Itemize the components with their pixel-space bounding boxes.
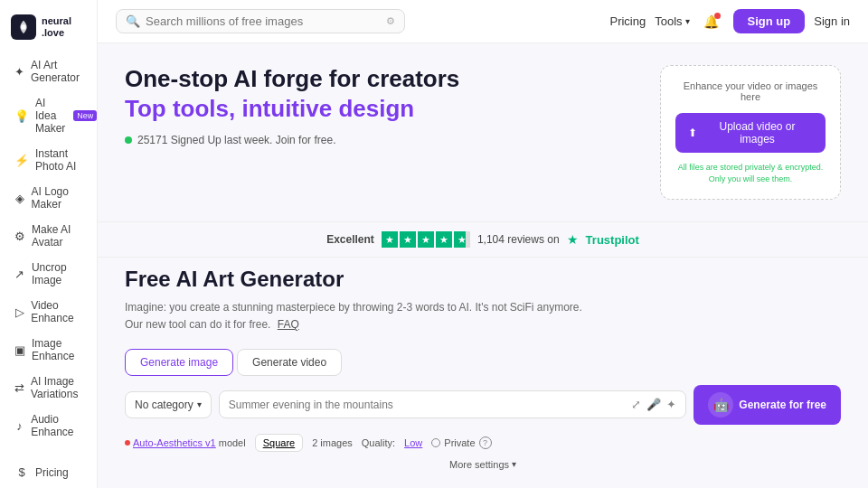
search-bar[interactable]: 🔍 ⚙ xyxy=(116,9,405,33)
hero-title: One-stop AI forge for creators xyxy=(125,65,642,93)
notification-dot xyxy=(714,13,721,19)
generate-tabs: Generate image Generate video xyxy=(125,349,841,376)
model-tag: Auto-Aesthetics v1 model xyxy=(125,437,246,448)
sidebar-item-uncrop-image[interactable]: ↗ Uncrop Image xyxy=(4,256,93,292)
header: 🔍 ⚙ Pricing Tools ▾ 🔔 Sign up Sign in xyxy=(98,0,868,43)
sidebar-item-ai-art-generator[interactable]: ✦ AI Art Generator xyxy=(4,53,93,89)
private-radio[interactable] xyxy=(431,438,440,447)
faq-link[interactable]: FAQ xyxy=(278,318,299,331)
signup-button[interactable]: Sign up xyxy=(733,9,806,33)
sidebar-item-ai-logo-maker[interactable]: ◈ AI Logo Maker xyxy=(4,180,93,216)
images-count: 2 images xyxy=(312,437,353,448)
trustpilot-section: Excellent ★ ★ ★ ★ ★ 1,104 reviews on ★ T… xyxy=(98,221,868,258)
chevron-down-icon: ▾ xyxy=(685,16,690,26)
search-input[interactable] xyxy=(146,14,381,28)
search-icon: 🔍 xyxy=(126,14,140,28)
sidebar-item-pricing[interactable]: $ Pricing xyxy=(4,460,93,484)
svg-point-0 xyxy=(21,24,25,29)
signin-link[interactable]: Sign in xyxy=(814,14,850,28)
model-dot xyxy=(125,440,130,446)
tools-button[interactable]: Tools ▾ xyxy=(655,14,689,28)
star-2: ★ xyxy=(400,231,416,248)
reviews-text: 1,104 reviews on xyxy=(477,233,560,246)
upload-button[interactable]: ⬆ Upload video or images xyxy=(675,113,826,153)
upload-icon: ⬆ xyxy=(688,127,697,139)
generator-row: No category ▾ ⤢ 🎤 ✦ 🤖 Generate for free xyxy=(125,385,841,425)
shape-button[interactable]: Square xyxy=(255,434,303,452)
ai-idea-icon: 💡 xyxy=(14,109,29,123)
instant-photo-icon: ⚡ xyxy=(14,154,29,167)
new-badge: New xyxy=(73,110,97,121)
card-note: All files are stored privately & encrypt… xyxy=(675,162,826,184)
chevron-down-icon: ▾ xyxy=(197,399,202,409)
generate-button[interactable]: 🤖 Generate for free xyxy=(693,385,841,425)
hero-description: 25171 Signed Up last week. Join for free… xyxy=(125,134,642,146)
trust-stars: ★ ★ ★ ★ ★ xyxy=(382,231,470,248)
generate-btn-icon: 🤖 xyxy=(708,392,733,418)
quality-value[interactable]: Low xyxy=(404,437,422,448)
sidebar-item-make-ai-avatar[interactable]: ⚙ Make AI Avatar xyxy=(4,218,93,254)
video-icon: ▷ xyxy=(14,305,24,319)
uncrop-icon: ↗ xyxy=(14,267,25,281)
category-button[interactable]: No category ▾ xyxy=(125,391,212,418)
private-row: Private ? xyxy=(431,436,491,449)
sidebar-item-video-enhance[interactable]: ▷ Video Enhance xyxy=(4,294,93,330)
sidebar-item-ai-idea-maker[interactable]: 💡 AI Idea Maker New xyxy=(4,91,93,140)
image-enhance-icon: ▣ xyxy=(14,343,25,357)
sidebar: neural .love ✦ AI Art Generator 💡 AI Ide… xyxy=(0,0,98,488)
hero-subtitle: Top tools, intuitive design xyxy=(125,95,642,123)
logo: neural .love xyxy=(0,9,97,52)
upload-card: Enhance your video or images here ⬆ Uplo… xyxy=(660,65,841,200)
avatar-icon: ⚙ xyxy=(14,230,25,243)
settings-row: Auto-Aesthetics v1 model Square 2 images… xyxy=(125,434,841,452)
pricing-icon: $ xyxy=(14,465,29,479)
trustpilot-star-icon: ★ xyxy=(567,232,579,247)
card-title: Enhance your video or images here xyxy=(675,80,826,102)
help-icon[interactable]: ? xyxy=(479,436,492,449)
star-3: ★ xyxy=(418,231,434,248)
notifications-button[interactable]: 🔔 xyxy=(699,9,724,34)
tab-generate-video[interactable]: Generate video xyxy=(237,349,342,376)
sidebar-item-image-enhance[interactable]: ▣ Image Enhance xyxy=(4,332,93,368)
logo-maker-icon: ◈ xyxy=(14,192,25,205)
star-1: ★ xyxy=(382,231,398,248)
hero-section: One-stop AI forge for creators Top tools… xyxy=(98,43,868,221)
magic-icon[interactable]: ✦ xyxy=(666,398,676,411)
star-4: ★ xyxy=(436,231,452,248)
sidebar-item-audio-enhance[interactable]: ♪ Audio Enhance xyxy=(4,408,93,444)
ai-art-icon: ✦ xyxy=(14,65,24,79)
private-label: Private xyxy=(444,437,475,448)
excellent-label: Excellent xyxy=(326,233,374,246)
more-settings-button[interactable]: More settings ▾ xyxy=(125,459,841,470)
art-title: Free AI Art Generator xyxy=(125,267,841,292)
prompt-input[interactable] xyxy=(229,399,627,411)
expand-icon[interactable]: ⤢ xyxy=(631,398,641,411)
header-right: Pricing Tools ▾ 🔔 Sign up Sign in xyxy=(609,9,850,34)
main-content: 🔍 ⚙ Pricing Tools ▾ 🔔 Sign up Sign in xyxy=(98,0,868,488)
green-dot xyxy=(125,136,132,144)
tab-generate-image[interactable]: Generate image xyxy=(125,349,233,376)
chevron-down-icon: ▾ xyxy=(512,459,516,469)
art-generator-section: Free AI Art Generator Imagine: you creat… xyxy=(98,258,868,487)
hero-text: One-stop AI forge for creators Top tools… xyxy=(125,65,642,200)
sidebar-item-instant-photo[interactable]: ⚡ Instant Photo AI xyxy=(4,142,93,178)
audio-icon: ♪ xyxy=(14,419,24,433)
sidebar-item-ai-image-variations[interactable]: ⇄ AI Image Variations xyxy=(4,370,93,406)
variations-icon: ⇄ xyxy=(14,381,24,395)
logo-text: neural .love xyxy=(42,15,71,39)
quality-label: Quality: xyxy=(362,437,395,448)
logo-icon xyxy=(11,14,36,40)
art-description: Imagine: you create a stunning masterpie… xyxy=(125,299,595,333)
model-link[interactable]: Auto-Aesthetics v1 xyxy=(133,437,216,448)
art-section: Free AI Art Generator Imagine: you creat… xyxy=(125,267,841,333)
mic-icon[interactable]: 🎤 xyxy=(646,398,661,411)
filter-icon[interactable]: ⚙ xyxy=(386,15,395,27)
pricing-link[interactable]: Pricing xyxy=(609,14,646,28)
prompt-icons: ⤢ 🎤 ✦ xyxy=(631,398,676,411)
prompt-input-container: ⤢ 🎤 ✦ xyxy=(219,390,687,418)
star-5: ★ xyxy=(454,231,470,248)
trustpilot-name: Trustpilot xyxy=(586,233,639,247)
